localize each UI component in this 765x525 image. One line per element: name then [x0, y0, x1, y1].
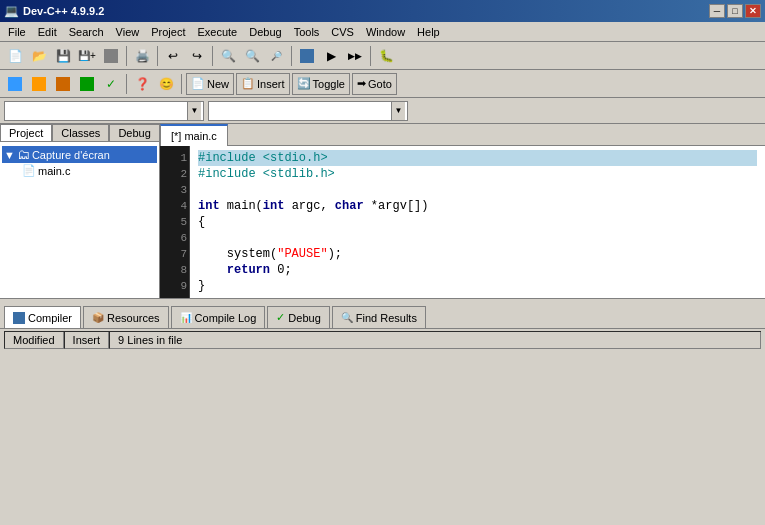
bottom-tabs: Compiler 📦 Resources 📊 Compile Log ✓ Deb… [0, 298, 765, 328]
line-num-6: 6 [162, 230, 187, 246]
insert-mode-label: Insert [73, 334, 101, 346]
save-button[interactable]: 💾 [52, 45, 74, 67]
debug-panel-button[interactable] [52, 73, 74, 95]
toolbar-separator-4 [291, 46, 292, 66]
editor-tab-mainc[interactable]: [*] main.c [160, 124, 228, 146]
line-num-4: 4 [162, 198, 187, 214]
tree-root-item[interactable]: ▼ 🗂 Capture d'écran [2, 146, 157, 163]
menu-item-search[interactable]: Search [63, 24, 110, 40]
menu-bar: FileEditSearchViewProjectExecuteDebugToo… [0, 22, 765, 42]
debug-button[interactable]: 🐛 [375, 45, 397, 67]
tab-classes[interactable]: Classes [52, 124, 109, 141]
bottom-tab-debug[interactable]: ✓ Debug [267, 306, 329, 328]
toggle-icon: 🔄 [297, 77, 311, 90]
compiler-panel-button[interactable] [76, 73, 98, 95]
code-line-4: int main(int argc, char *argv[]) [198, 198, 757, 214]
tree-child-mainc[interactable]: 📄 main.c [18, 163, 157, 178]
menu-item-cvs[interactable]: CVS [325, 24, 360, 40]
menu-item-debug[interactable]: Debug [243, 24, 287, 40]
lines-label: 9 Lines in file [118, 334, 182, 346]
project-panel-button[interactable] [4, 73, 26, 95]
menu-item-tools[interactable]: Tools [288, 24, 326, 40]
line-num-8: 8 [162, 262, 187, 278]
redo-button[interactable]: ↪ [186, 45, 208, 67]
line-number-gutter: 1 2 3 4 5 6 7 8 9 [160, 146, 190, 298]
toolbar2-sep-2 [181, 74, 182, 94]
toolbar-separator-3 [212, 46, 213, 66]
file-name: main.c [38, 165, 70, 177]
bottom-tab-compiler[interactable]: Compiler [4, 306, 81, 328]
menu-item-edit[interactable]: Edit [32, 24, 63, 40]
bottom-tab-findresults[interactable]: 🔍 Find Results [332, 306, 426, 328]
search-combo-1[interactable]: ▼ [4, 101, 204, 121]
compilelog-icon: 📊 [180, 312, 192, 323]
compile-run-button[interactable]: ▶▶ [344, 45, 366, 67]
toggle-button[interactable]: 🔄 Toggle [292, 73, 350, 95]
line-num-9: 9 [162, 278, 187, 294]
zoom-out-button[interactable]: 🔍 [241, 45, 263, 67]
modified-label: Modified [13, 334, 55, 346]
menu-item-execute[interactable]: Execute [191, 24, 243, 40]
about-button[interactable]: 😊 [155, 73, 177, 95]
project-tree: ▼ 🗂 Capture d'écran 📄 main.c [0, 142, 159, 298]
goto-button[interactable]: ➡ Goto [352, 73, 397, 95]
compile-button[interactable] [296, 45, 318, 67]
maximize-button[interactable]: □ [727, 4, 743, 18]
check-button[interactable]: ✓ [100, 73, 122, 95]
insert-icon: 📋 [241, 77, 255, 90]
editor-tab-row: [*] main.c [160, 124, 765, 146]
toolbar-separator-2 [157, 46, 158, 66]
save-all-button[interactable]: 💾+ [76, 45, 98, 67]
code-line-5: { [198, 214, 757, 230]
class-browser-button[interactable] [28, 73, 50, 95]
toolbar2-sep-1 [126, 74, 127, 94]
zoom-in-button[interactable]: 🔍 [217, 45, 239, 67]
open-button[interactable]: 📂 [28, 45, 50, 67]
run-button[interactable]: ▶ [320, 45, 342, 67]
help-button[interactable]: ❓ [131, 73, 153, 95]
findresults-icon: 🔍 [341, 312, 353, 323]
menu-item-window[interactable]: Window [360, 24, 411, 40]
search-combo-1-arrow[interactable]: ▼ [187, 102, 201, 120]
tab-debug[interactable]: Debug [109, 124, 159, 141]
findresults-label: Find Results [356, 312, 417, 324]
menu-item-help[interactable]: Help [411, 24, 446, 40]
insert-button[interactable]: 📋 Insert [236, 73, 290, 95]
tab-project[interactable]: Project [0, 124, 52, 141]
bottom-tab-resources[interactable]: 📦 Resources [83, 306, 169, 328]
code-line-7: system("PAUSE"); [198, 246, 757, 262]
title-bar-controls[interactable]: ─ □ ✕ [709, 4, 761, 18]
code-line-9: } [198, 278, 757, 294]
left-tabs: Project Classes Debug [0, 124, 159, 142]
menu-item-view[interactable]: View [110, 24, 146, 40]
insert-label: Insert [257, 78, 285, 90]
search-combo-2[interactable]: ▼ [208, 101, 408, 121]
toolbar-secondary: ✓ ❓ 😊 📄 New 📋 Insert 🔄 Toggle ➡ Goto [0, 70, 765, 98]
undo-button[interactable]: ↩ [162, 45, 184, 67]
line-num-5: 5 [162, 214, 187, 230]
compilelog-label: Compile Log [195, 312, 257, 324]
status-insert-mode: Insert [64, 331, 110, 349]
resources-icon: 📦 [92, 312, 104, 323]
code-line-1: #include <stdio.h> [198, 150, 757, 166]
menu-item-project[interactable]: Project [145, 24, 191, 40]
zoom-button-2[interactable]: 🔎 [265, 45, 287, 67]
search-combo-2-arrow[interactable]: ▼ [391, 102, 405, 120]
code-editor[interactable]: #include <stdio.h> #include <stdlib.h> i… [190, 146, 765, 298]
expand-icon: ▼ [4, 149, 15, 161]
bottom-tab-compilelog[interactable]: 📊 Compile Log [171, 306, 266, 328]
new-file-button[interactable]: 📄 [4, 45, 26, 67]
goto-label: Goto [368, 78, 392, 90]
close-file-button[interactable] [100, 45, 122, 67]
tabs-container: Project Classes Debug ▼ 🗂 Capture d'écra… [0, 124, 765, 298]
menu-item-file[interactable]: File [2, 24, 32, 40]
line-num-2: 2 [162, 166, 187, 182]
minimize-button[interactable]: ─ [709, 4, 725, 18]
debug-icon: ✓ [276, 311, 285, 324]
code-line-2: #include <stdlib.h> [198, 166, 757, 182]
title-bar-left: 💻 Dev-C++ 4.9.9.2 [4, 4, 104, 18]
debug-label: Debug [288, 312, 320, 324]
close-button[interactable]: ✕ [745, 4, 761, 18]
print-button[interactable]: 🖨️ [131, 45, 153, 67]
new-text-button[interactable]: 📄 New [186, 73, 234, 95]
